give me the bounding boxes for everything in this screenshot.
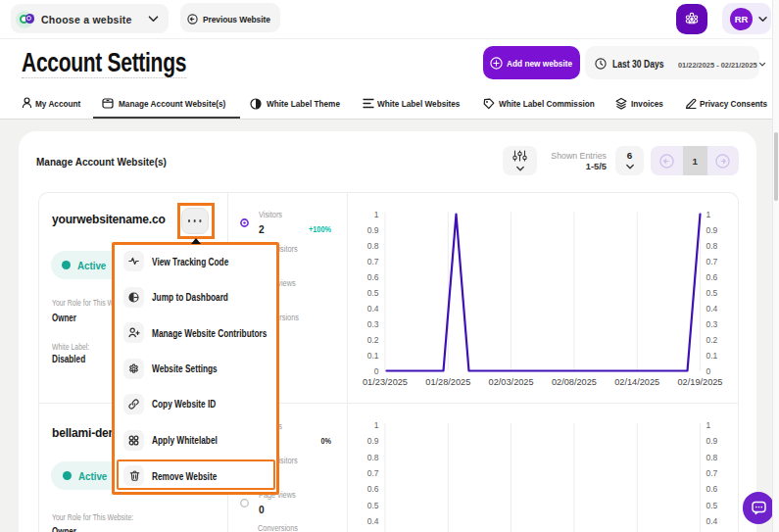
svg-text:0.7: 0.7 [706, 256, 717, 266]
svg-text:0.8: 0.8 [366, 453, 378, 462]
svg-text:1: 1 [373, 420, 378, 430]
svg-text:0: 0 [373, 365, 378, 375]
svg-text:0.6: 0.6 [366, 271, 378, 281]
svg-text:0.9: 0.9 [366, 436, 378, 446]
svg-text:0.4: 0.4 [706, 303, 717, 313]
svg-text:0.9: 0.9 [706, 436, 717, 446]
svg-text:02/08/2025: 02/08/2025 [551, 376, 596, 386]
svg-text:1: 1 [706, 209, 710, 218]
svg-text:0.4: 0.4 [366, 516, 378, 526]
svg-text:0.2: 0.2 [706, 334, 717, 344]
svg-text:0.4: 0.4 [366, 303, 378, 313]
svg-text:02/03/2025: 02/03/2025 [488, 376, 533, 386]
svg-text:01/23/2025: 01/23/2025 [363, 376, 408, 386]
svg-text:0.6: 0.6 [366, 484, 378, 494]
svg-text:0.7: 0.7 [706, 468, 717, 478]
svg-text:0.5: 0.5 [706, 287, 717, 297]
svg-text:01/28/2025: 01/28/2025 [425, 376, 470, 386]
svg-text:0.1: 0.1 [706, 350, 717, 360]
svg-text:0.6: 0.6 [706, 484, 717, 494]
svg-text:0.5: 0.5 [366, 501, 378, 510]
svg-text:0.9: 0.9 [366, 224, 378, 234]
svg-text:0.3: 0.3 [366, 318, 378, 328]
svg-text:02/14/2025: 02/14/2025 [614, 376, 659, 386]
svg-text:0.1: 0.1 [366, 350, 378, 360]
svg-text:0.8: 0.8 [366, 240, 378, 250]
svg-text:0.6: 0.6 [706, 271, 717, 281]
svg-text:0.8: 0.8 [706, 240, 717, 250]
svg-text:1: 1 [373, 209, 378, 218]
svg-text:0.7: 0.7 [366, 256, 378, 266]
svg-text:0.4: 0.4 [706, 516, 717, 526]
svg-text:0.5: 0.5 [706, 501, 717, 510]
svg-text:0.7: 0.7 [366, 468, 378, 478]
svg-text:0.2: 0.2 [366, 334, 378, 344]
svg-text:0.8: 0.8 [706, 453, 717, 462]
svg-text:0.9: 0.9 [706, 224, 717, 234]
svg-text:0.5: 0.5 [366, 287, 378, 297]
svg-text:0: 0 [706, 365, 710, 375]
svg-text:02/19/2025: 02/19/2025 [677, 376, 722, 386]
svg-text:1: 1 [706, 420, 710, 430]
svg-text:0.3: 0.3 [706, 318, 717, 328]
